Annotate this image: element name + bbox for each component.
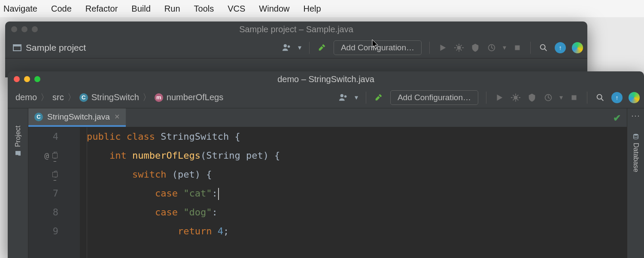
fold-icon[interactable] <box>52 172 58 177</box>
editor-tab[interactable]: C StringSwitch.java ✕ <box>28 108 126 127</box>
svg-rect-13 <box>18 154 20 156</box>
ide-window-front: demo – StringSwitch.java demo 〉 src 〉 C … <box>8 71 644 258</box>
menu-code[interactable]: Code <box>51 4 72 14</box>
sync-icon[interactable]: ↑ <box>611 92 623 103</box>
class-icon: C <box>34 113 43 121</box>
chevron-down-icon[interactable]: ▾ <box>355 93 358 101</box>
maximize-icon[interactable] <box>34 76 40 82</box>
svg-point-2 <box>457 46 461 49</box>
chevron-down-icon[interactable]: ▾ <box>559 93 563 101</box>
database-tool-button[interactable]: Database <box>632 133 640 172</box>
close-icon[interactable] <box>14 76 20 82</box>
project-name[interactable]: Sample project <box>26 43 86 53</box>
window-title: demo – StringSwitch.java <box>8 74 644 84</box>
os-menubar: Navigate Code Refactor Build Run Tools V… <box>0 0 644 17</box>
hammer-icon[interactable] <box>374 92 384 103</box>
svg-point-7 <box>344 95 347 98</box>
left-tool-strip: Project <box>8 108 28 258</box>
close-icon[interactable]: ✕ <box>114 113 120 121</box>
ide-brand-icon[interactable] <box>629 92 640 103</box>
profile-icon[interactable] <box>486 43 497 53</box>
minimize-icon[interactable] <box>24 76 30 82</box>
stop-icon[interactable] <box>512 43 522 53</box>
chevron-down-icon[interactable]: ▾ <box>298 43 301 52</box>
menu-build[interactable]: Build <box>131 4 150 14</box>
chevron-down-icon[interactable]: ▾ <box>503 43 506 52</box>
menu-refactor[interactable]: Refactor <box>85 4 118 14</box>
checkmark-icon[interactable]: ✔ <box>607 108 627 127</box>
ide-brand-icon[interactable] <box>572 42 583 53</box>
close-icon[interactable] <box>11 26 17 32</box>
window-title: Sample project – Sample.java <box>5 25 587 34</box>
code-content[interactable]: public class StringSwitch { int numberOf… <box>80 127 627 258</box>
menu-help[interactable]: Help <box>304 4 321 14</box>
editor-area: C StringSwitch.java ✕ ✔ 4 5@ 6 7 8 9 pub… <box>28 108 627 258</box>
toolbar: Sample project ▾ Add Configuration… ▾ ↑ <box>5 37 587 58</box>
svg-rect-10 <box>572 95 577 100</box>
svg-rect-4 <box>515 45 520 50</box>
right-tool-strip: ⋮ Database <box>627 108 644 258</box>
toolbar: demo 〉 src 〉 C StringSwitch 〉 m numberOf… <box>8 87 644 108</box>
menu-window[interactable]: Window <box>259 4 289 14</box>
project-icon <box>13 44 21 51</box>
svg-rect-12 <box>15 151 21 155</box>
breadcrumb-class[interactable]: StringSwitch <box>91 92 139 102</box>
maximize-icon[interactable] <box>32 26 38 32</box>
svg-point-8 <box>513 95 517 99</box>
add-configuration-button[interactable]: Add Configuration… <box>390 90 478 105</box>
svg-point-6 <box>340 94 343 97</box>
sync-icon[interactable]: ↑ <box>555 42 566 53</box>
run-icon[interactable] <box>437 43 448 53</box>
hammer-icon[interactable] <box>317 43 328 53</box>
run-icon[interactable] <box>494 92 504 103</box>
coverage-icon[interactable] <box>470 43 480 53</box>
svg-point-1 <box>288 45 290 48</box>
ide-window-back: Sample project – Sample.java Sample proj… <box>5 22 587 77</box>
gutter[interactable]: 4 5@ 6 7 8 9 <box>28 127 80 258</box>
svg-point-5 <box>541 44 545 49</box>
class-icon: C <box>79 93 88 102</box>
svg-point-0 <box>284 44 287 47</box>
titlebar[interactable]: Sample project – Sample.java <box>5 22 587 37</box>
more-icon[interactable]: ⋮ <box>631 112 641 121</box>
mouse-cursor-icon <box>371 39 380 52</box>
menu-tools[interactable]: Tools <box>194 4 214 14</box>
menu-run[interactable]: Run <box>164 4 180 14</box>
window-controls <box>14 76 40 82</box>
stop-icon[interactable] <box>569 92 579 103</box>
chevron-right-icon: 〉 <box>40 92 49 103</box>
svg-point-14 <box>633 134 638 135</box>
search-icon[interactable] <box>538 43 549 53</box>
debug-icon[interactable] <box>510 92 521 103</box>
coverage-icon[interactable] <box>527 92 537 103</box>
breadcrumb-root[interactable]: demo <box>15 92 37 102</box>
minimize-icon[interactable] <box>21 26 27 32</box>
debug-icon[interactable] <box>454 43 464 53</box>
user-icon[interactable] <box>338 92 349 103</box>
search-icon[interactable] <box>595 92 605 103</box>
chevron-right-icon: 〉 <box>67 92 76 103</box>
svg-point-11 <box>597 94 602 99</box>
menu-vcs[interactable]: VCS <box>228 4 245 14</box>
breadcrumb-src[interactable]: src <box>52 92 64 102</box>
user-icon[interactable] <box>282 43 292 53</box>
code-editor[interactable]: 4 5@ 6 7 8 9 public class StringSwitch {… <box>28 127 627 258</box>
text-caret <box>218 188 219 200</box>
profile-icon[interactable] <box>543 92 553 103</box>
menu-navigate[interactable]: Navigate <box>3 4 37 14</box>
breadcrumb: demo 〉 src 〉 C StringSwitch 〉 m numberOf… <box>15 92 223 103</box>
chevron-right-icon: 〉 <box>143 92 151 103</box>
annotation-icon[interactable]: @ <box>44 146 49 165</box>
method-icon: m <box>155 93 163 102</box>
editor-tabbar: C StringSwitch.java ✕ ✔ <box>28 108 627 127</box>
fold-icon[interactable] <box>52 153 58 158</box>
tab-label: StringSwitch.java <box>47 112 110 122</box>
window-controls <box>11 26 38 32</box>
breadcrumb-method[interactable]: numberOfLegs <box>167 92 223 102</box>
titlebar[interactable]: demo – StringSwitch.java <box>8 71 644 87</box>
project-tool-button[interactable]: Project <box>14 126 22 157</box>
